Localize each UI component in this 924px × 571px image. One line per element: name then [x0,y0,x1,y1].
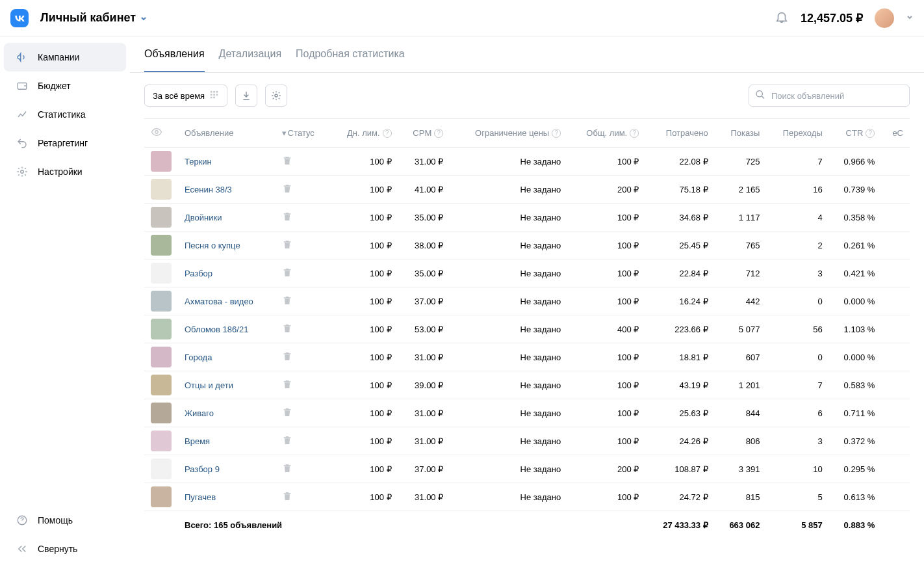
svg-point-13 [155,131,159,134]
cell-total: 100 ₽ [567,427,645,455]
col-ad[interactable]: Объявление [178,119,276,148]
trash-icon[interactable] [282,491,292,501]
trash-icon[interactable] [282,239,292,250]
cell-clk: 0 [766,343,828,371]
trash-icon[interactable] [282,211,292,222]
settings-button[interactable] [265,85,287,107]
ad-name-link[interactable]: Теркин [185,157,212,166]
col-ecpc[interactable]: eC [881,119,910,148]
col-clicks[interactable]: Переходы [766,119,828,148]
cell-clk: 2 [766,232,828,259]
ad-name-link[interactable]: Отцы и дети [185,380,233,390]
cell-limit: Не задано [450,259,567,287]
ad-name-link[interactable]: Города [185,352,212,362]
caret-down-icon: ▾ [282,128,287,138]
sidebar-item-help[interactable]: Помощь [4,506,126,535]
svg-rect-4 [213,90,215,92]
trash-icon[interactable] [282,323,292,334]
col-total-limit[interactable]: Общ. лим.? [567,119,645,148]
help-icon[interactable]: ? [866,129,875,138]
trash-icon[interactable] [282,295,292,306]
cell-spent: 75.18 ₽ [645,176,714,204]
help-icon [16,514,29,526]
tab-full-stats[interactable]: Подробная статистика [296,36,405,72]
tab-ads[interactable]: Объявления [144,36,205,72]
vk-logo[interactable] [10,9,29,27]
cell-imp: 844 [715,399,767,427]
cell-total: 100 ₽ [567,483,645,511]
cell-spent: 43.19 ₽ [645,371,714,399]
tab-detail[interactable]: Детализация [219,36,282,72]
ad-name-link[interactable]: Время [185,436,210,446]
cell-cpm: 41.00 ₽ [398,176,450,204]
ad-name-link[interactable]: Обломов 186/21 [185,325,248,334]
col-status[interactable]: ▾Статус [276,119,329,148]
download-button[interactable] [235,85,257,107]
sidebar-item-retargeting[interactable]: Ретаргетинг [4,129,126,157]
cell-daily: 100 ₽ [329,176,398,204]
trash-icon[interactable] [282,267,292,278]
cell-spent: 34.68 ₽ [645,204,714,232]
cell-total: 100 ₽ [567,148,645,176]
cell-spent: 108.87 ₽ [645,455,714,483]
bell-icon[interactable] [775,10,789,26]
help-icon[interactable]: ? [434,129,443,138]
avatar[interactable] [875,8,894,28]
trash-icon[interactable] [282,435,292,445]
sidebar-item-settings[interactable]: Настройки [4,157,126,186]
tabs: Объявления Детализация Подробная статист… [130,36,924,73]
trash-icon[interactable] [282,463,292,473]
breadcrumb[interactable]: Личный кабинет [40,11,148,25]
sidebar-item-stats[interactable]: Статистика [4,100,126,129]
ad-name-link[interactable]: Есенин 38/3 [185,185,232,194]
trash-icon[interactable] [282,351,292,362]
search-input[interactable] [749,85,910,107]
table-row: Пугачев100 ₽31.00 ₽Не задано100 ₽24.72 ₽… [144,483,910,511]
trash-icon[interactable] [282,183,292,194]
cell-total: 400 ₽ [567,315,645,343]
svg-rect-6 [211,94,212,96]
period-button[interactable]: За всё время [144,85,227,107]
ad-name-link[interactable]: Пугачев [185,492,216,502]
chevron-down-icon [140,14,148,22]
sidebar-item-label: Помощь [38,515,73,525]
cell-total: 100 ₽ [567,259,645,287]
sidebar-item-collapse[interactable]: Свернуть [4,535,126,563]
col-impressions[interactable]: Показы [715,119,767,148]
cell-cpm: 31.00 ₽ [398,399,450,427]
help-icon[interactable]: ? [383,129,392,138]
help-icon[interactable]: ? [552,129,561,138]
cell-spent: 24.26 ₽ [645,427,714,455]
megaphone-icon [16,51,29,63]
cell-ctr: 0.000 % [829,287,882,315]
cell-cpm: 37.00 ₽ [398,455,450,483]
table-row: Живаго100 ₽31.00 ₽Не задано100 ₽25.63 ₽8… [144,399,910,427]
trash-icon[interactable] [282,155,292,166]
ad-name-link[interactable]: Разбор [185,269,212,278]
chevron-down-icon[interactable] [906,13,914,23]
cell-daily: 100 ₽ [329,343,398,371]
ad-name-link[interactable]: Двойники [185,213,222,222]
cell-imp: 1 117 [715,204,767,232]
ad-name-link[interactable]: Песня о купце [185,241,240,250]
col-price-limit[interactable]: Ограничение цены? [450,119,567,148]
col-spent[interactable]: Потрачено [645,119,714,148]
ad-name-link[interactable]: Ахматова - видео [185,297,253,306]
trash-icon[interactable] [282,379,292,390]
sidebar-item-budget[interactable]: Бюджет [4,72,126,100]
cell-ctr: 0.966 % [829,148,882,176]
cell-imp: 765 [715,232,767,259]
cell-clk: 56 [766,315,828,343]
eye-icon[interactable] [151,130,162,140]
cell-clk: 3 [766,427,828,455]
cell-ctr: 0.711 % [829,399,882,427]
help-icon[interactable]: ? [630,129,639,138]
col-ctr[interactable]: CTR? [829,119,882,148]
ad-name-link[interactable]: Разбор 9 [185,464,220,474]
ad-name-link[interactable]: Живаго [185,408,214,418]
trash-icon[interactable] [282,407,292,418]
col-cpm[interactable]: CPM? [398,119,450,148]
col-daily-limit[interactable]: Дн. лим.? [329,119,398,148]
sidebar-item-campaigns[interactable]: Кампании [4,43,126,72]
toolbar: За всё время [130,73,924,118]
